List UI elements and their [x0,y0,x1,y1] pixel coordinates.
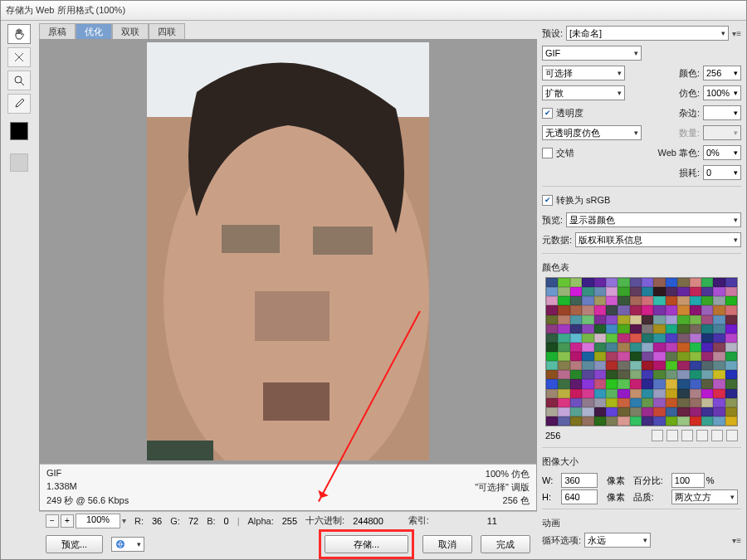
srgb-label: 转换为 sRGB [556,194,610,207]
px-label-1: 像素 [607,475,628,487]
save-button[interactable]: 存储... [325,535,408,553]
bottom-bar: − + 100% ▾ R: 36 G: 72 B: 0 | Alpha: 255… [39,511,537,559]
ct-icon-1[interactable] [652,430,663,441]
canvas-wrap: GIF 100% 仿色 1.338M "可选择" 调版 249 秒 @ 56.6… [39,39,537,511]
dither-label: 仿色: [679,87,700,100]
center-panel: 原稿 优化 双联 四联 [37,21,539,559]
browser-preview-select[interactable]: ▾ [111,537,144,552]
svg-rect-5 [313,226,373,255]
zoom-tool[interactable] [7,71,31,90]
metadata-select[interactable]: 版权和联系信息▾ [575,232,741,247]
info-time: 249 秒 @ 56.6 Kbps [46,494,129,507]
b-value: 0 [224,516,229,526]
transparency-label: 透明度 [556,107,583,119]
websnap-input[interactable]: 0%▾ [703,145,741,160]
r-value: 36 [152,516,162,526]
ct-lock-icon[interactable] [696,430,708,441]
matte-label: 杂边: [679,107,700,119]
preset-label: 预设: [542,27,563,40]
preview-image[interactable] [147,42,429,460]
ct-icon-2[interactable] [666,430,678,441]
ct-trash-icon[interactable] [726,430,738,441]
interlace-label: 交错 [556,147,574,159]
info-dither: 100% 仿色 [486,468,530,480]
preset-select[interactable]: [未命名]▾ [566,26,729,41]
loop-select[interactable]: 永远▾ [584,533,651,548]
preview-button[interactable]: 预览... [46,535,103,553]
svg-point-0 [15,76,22,83]
info-colors: 256 色 [503,494,530,507]
color-table[interactable] [545,277,738,426]
tab-optimized[interactable]: 优化 [76,23,112,39]
loop-label: 循环选项: [542,534,581,547]
transparency-checkbox[interactable]: ✔ [542,108,553,119]
quality-label: 品质: [633,491,666,504]
reduction-select[interactable]: 可选择▾ [542,66,625,80]
done-button[interactable]: 完成 [481,535,530,553]
hand-tool[interactable] [7,24,31,44]
titlebar[interactable]: 存储为 Web 所用格式 (100%) [1,1,746,21]
preview-info: GIF 100% 仿色 1.338M "可选择" 调版 249 秒 @ 56.6… [40,464,536,510]
dither-input[interactable]: 100%▾ [703,85,741,100]
eyedropper-tool[interactable] [7,94,31,114]
ct-icon-3[interactable] [681,430,693,441]
svg-rect-7 [263,382,330,421]
amount-input: ▾ [703,125,741,140]
color-table-title: 颜色表 [542,261,741,274]
settings-panel: 预设: [未命名]▾ ▾≡ GIF▾ 可选择▾ 颜色: 256▾ 扩散▾ 仿色:… [539,21,746,559]
percent-label: 百分比: [633,475,666,487]
ct-new-icon[interactable] [711,430,723,441]
canvas-viewport[interactable] [45,42,531,460]
tab-4up[interactable]: 四联 [149,23,185,39]
preview-label: 预览: [542,214,563,226]
alpha-label: Alpha: [248,516,274,526]
chevron-down-icon[interactable]: ▾ [122,516,126,525]
annotation-highlight: 存储... [319,529,414,559]
colors-input[interactable]: 256▾ [703,66,741,80]
panel-menu-icon[interactable]: ▾≡ [732,29,741,38]
g-value: 72 [188,516,198,526]
hex-value: 244800 [353,516,383,526]
cancel-button[interactable]: 取消 [422,535,472,553]
srgb-checkbox[interactable]: ✔ [542,195,553,206]
toggle-slices-icon[interactable] [10,153,28,172]
width-label: W: [542,475,556,485]
percent-input[interactable] [671,473,705,488]
preview-select[interactable]: 显示器颜色▾ [566,212,741,227]
index-value: 11 [487,516,497,526]
zoom-control[interactable]: − + 100% ▾ [46,514,126,528]
zoom-in-icon[interactable]: + [61,514,74,528]
animation-title: 动画 [542,517,741,529]
format-select[interactable]: GIF▾ [542,46,642,61]
no-trans-dither-select[interactable]: 无透明度仿色▾ [542,125,642,140]
anim-menu-icon[interactable]: ▾≡ [732,536,741,545]
colors-label: 颜色: [679,67,700,80]
alpha-value: 255 [282,516,297,526]
amount-label: 数量: [679,127,700,139]
width-input[interactable] [561,473,598,488]
dialog-body: 原稿 优化 双联 四联 [1,21,746,559]
interlace-checkbox[interactable] [542,148,553,158]
tool-column [1,21,37,559]
height-input[interactable] [561,489,598,504]
info-palette: "可选择" 调版 [475,481,530,494]
matte-select[interactable]: ▾ [703,105,741,120]
g-label: G: [170,516,180,526]
lossy-input[interactable]: 0▾ [703,165,741,180]
height-label: H: [542,492,556,502]
image-size-title: 图像大小 [542,455,741,468]
index-label: 索引: [408,514,429,527]
info-size: 1.338M [46,481,77,494]
dither-method-select[interactable]: 扩散▾ [542,85,625,100]
quality-select[interactable]: 两次立方▾ [671,489,738,504]
zoom-input[interactable]: 100% [76,514,120,528]
window-title: 存储为 Web 所用格式 (100%) [6,4,125,17]
eyedropper-color-swatch[interactable] [10,122,28,140]
zoom-out-icon[interactable]: − [46,514,59,528]
tab-original[interactable]: 原稿 [39,23,76,39]
websnap-label: Web 靠色: [657,147,700,159]
svg-rect-4 [222,225,280,253]
tab-2up[interactable]: 双联 [112,23,149,39]
color-table-count: 256 [545,431,560,441]
slice-tool[interactable] [7,47,31,67]
